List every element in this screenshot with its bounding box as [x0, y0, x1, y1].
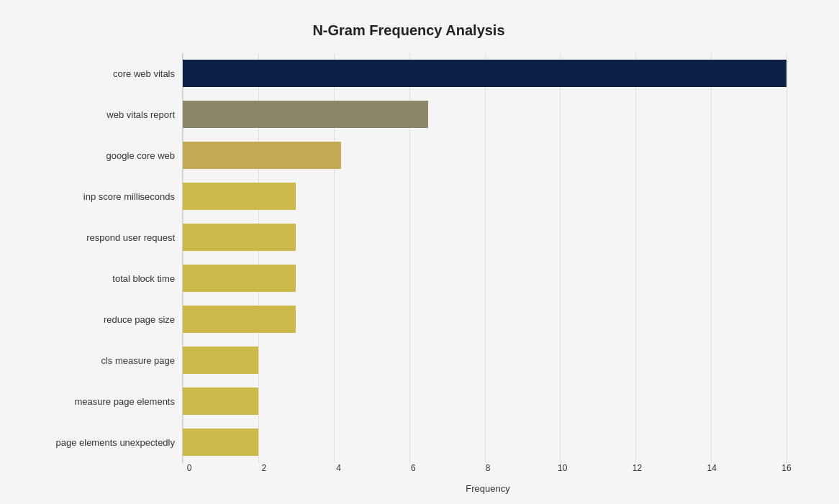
bar-row	[183, 346, 786, 375]
bar-row	[183, 387, 786, 416]
bar-row	[183, 223, 786, 252]
bar-row	[183, 428, 786, 457]
bar-row	[183, 141, 786, 170]
y-label: google core web	[106, 135, 175, 176]
x-tick: 12	[632, 463, 642, 473]
bar-row	[183, 59, 786, 88]
bar	[183, 142, 341, 169]
bar	[183, 388, 258, 415]
bar	[183, 224, 296, 251]
bars-section: core web vitalsweb vitals reportgoogle c…	[31, 53, 786, 463]
y-label: inp score milliseconds	[83, 176, 175, 217]
chart-area: core web vitalsweb vitals reportgoogle c…	[31, 53, 786, 427]
y-label: cls measure page	[101, 340, 175, 381]
bar	[183, 429, 258, 456]
y-label: respond user request	[86, 217, 175, 258]
grid-line	[786, 53, 787, 463]
bar	[183, 265, 296, 292]
y-label: total block time	[112, 258, 175, 299]
bar-row	[183, 264, 786, 293]
x-axis-label: Frequency	[189, 483, 786, 494]
bar	[183, 347, 258, 374]
y-label: measure page elements	[75, 381, 175, 422]
chart-title: N-Gram Frequency Analysis	[31, 22, 786, 39]
x-tick: 0	[187, 463, 192, 473]
x-tick: 14	[707, 463, 717, 473]
bar	[183, 306, 296, 333]
y-label: web vitals report	[106, 94, 175, 135]
x-tick: 10	[558, 463, 567, 473]
y-label: core web vitals	[113, 53, 175, 94]
x-tick: 6	[411, 463, 416, 473]
bar-row	[183, 100, 786, 129]
bar	[183, 101, 428, 128]
bar-row	[183, 305, 786, 334]
y-labels: core web vitalsweb vitals reportgoogle c…	[31, 53, 182, 463]
y-label: page elements unexpectedly	[55, 422, 175, 463]
x-tick: 16	[781, 463, 791, 473]
x-tick: 4	[336, 463, 341, 473]
bar-row	[183, 182, 786, 211]
chart-container: N-Gram Frequency Analysis core web vital…	[24, 8, 815, 497]
bar	[183, 183, 296, 210]
bars-and-grid	[182, 53, 786, 463]
y-label: reduce page size	[104, 299, 175, 340]
x-tick: 8	[486, 463, 491, 473]
bar	[183, 60, 786, 87]
x-tick: 2	[261, 463, 266, 473]
